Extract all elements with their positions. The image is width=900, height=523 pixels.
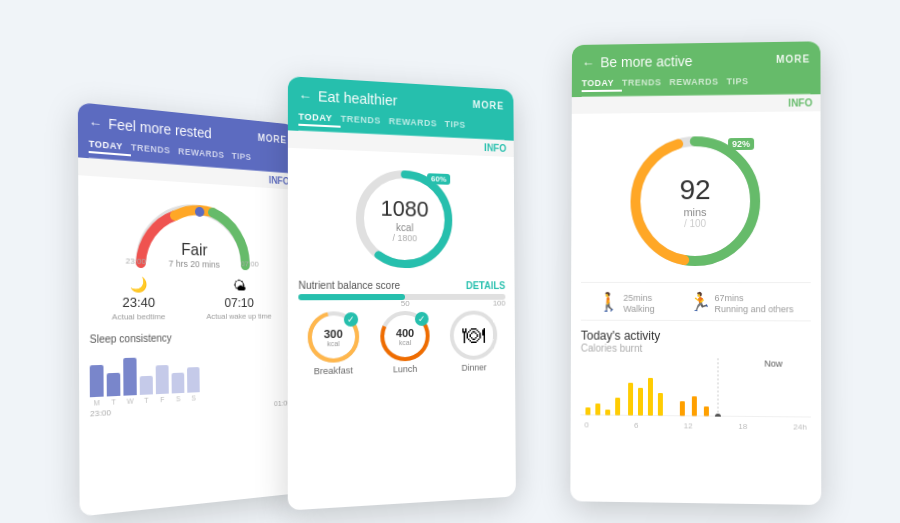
walking-item: 🚶 25mins Walking	[598, 288, 655, 313]
left-tab-today[interactable]: TODAY	[89, 136, 131, 156]
lunch-circle: 400 kcal ✓	[379, 309, 430, 362]
chart-x-12: 12	[684, 421, 693, 430]
sleep-duration: 7 hrs 20 mins	[168, 258, 219, 269]
dinner-icon: 🍽	[463, 321, 486, 349]
svg-rect-16	[648, 377, 653, 415]
sleep-gauge-container: Fair 7 hrs 20 mins 23:00 07:00 🌙 23:40 A…	[89, 188, 290, 322]
walking-unit: mins	[633, 292, 652, 302]
right-back-arrow[interactable]: ←	[582, 55, 595, 70]
card-feel-more-rested: ← Feel more rested MORE TODAY TRENDS REW…	[78, 102, 301, 516]
bar-time-start: 23:00	[90, 407, 111, 418]
breakfast-circle: 300 kcal ✓	[306, 310, 360, 364]
wakeup-value: 07:10	[224, 295, 254, 310]
meal-row: 300 kcal ✓ Breakfast	[298, 309, 505, 376]
activity-gauge: 92 mins / 100 92%	[620, 125, 770, 275]
left-tab-rewards[interactable]: REWARDS	[178, 144, 232, 164]
chart-x-24: 24h	[793, 422, 807, 431]
nutrient-bar-fill	[298, 293, 405, 299]
right-card-header: ← Be more active MORE TODAY TRENDS REWAR…	[572, 41, 821, 97]
walking-icon: 🚶	[598, 290, 620, 312]
chart-area: Now	[581, 357, 811, 421]
left-more-button[interactable]: MORE	[258, 131, 288, 144]
right-more-button[interactable]: MORE	[776, 52, 810, 63]
card-eat-healthier: ← Eat healthier MORE TODAY TRENDS REWARD…	[288, 76, 516, 510]
svg-rect-15	[638, 387, 643, 415]
activity-unit: mins	[680, 205, 711, 217]
svg-rect-13	[615, 397, 620, 415]
svg-rect-20	[704, 406, 709, 416]
walking-value: 25mins	[623, 288, 654, 303]
calorie-gauge-container: 1080 kcal / 1800 60%	[298, 160, 505, 274]
left-tab-trends[interactable]: TRENDS	[131, 140, 178, 160]
calorie-value: 1080	[380, 195, 428, 222]
back-arrow-icon[interactable]: ←	[88, 114, 102, 131]
dinner-item: 🍽 Dinner	[449, 309, 499, 373]
running-item: 🏃 67mins Running and others	[688, 288, 793, 313]
nutrient-max: 100	[493, 298, 505, 307]
today-activity-sub: Calories burnt	[581, 342, 811, 354]
middle-tab-trends[interactable]: TRENDS	[341, 111, 389, 129]
left-card-title: Feel more rested	[108, 115, 211, 141]
left-info-label: INFO	[269, 174, 290, 186]
svg-point-23	[715, 413, 721, 417]
right-tab-trends[interactable]: TRENDS	[622, 75, 669, 91]
activity-breakdown: 🚶 25mins Walking 🏃 67mins Running	[581, 281, 811, 320]
right-card-body: 92 mins / 100 92% 🚶 25mins Walking	[571, 111, 822, 438]
activity-chart: Now	[580, 357, 810, 429]
dinner-name: Dinner	[462, 362, 487, 372]
right-card-title: Be more active	[600, 53, 692, 70]
screens-container: ← Feel more rested MORE TODAY TRENDS REW…	[20, 22, 880, 502]
activity-center: 92 mins / 100	[680, 173, 711, 228]
nutrient-bar: 50 100	[298, 293, 505, 299]
activity-value: 92	[680, 173, 711, 205]
svg-rect-19	[692, 396, 697, 416]
chart-x-labels: 0 6 12 18 24h	[580, 420, 810, 431]
bedtime-item: 🌙 23:40 Actual bedtime	[112, 275, 166, 322]
middle-more-button[interactable]: MORE	[473, 98, 505, 110]
now-label: Now	[764, 358, 782, 368]
sleep-quality: Fair	[168, 240, 219, 259]
middle-tab-today[interactable]: TODAY	[298, 109, 340, 127]
activity-goal: / 100	[680, 217, 711, 228]
middle-info-label: INFO	[484, 142, 506, 154]
activity-percent: 92%	[728, 137, 754, 149]
svg-rect-10	[585, 407, 590, 415]
time-start: 23:00	[126, 256, 146, 266]
svg-rect-17	[658, 393, 663, 416]
middle-tab-rewards[interactable]: REWARDS	[389, 114, 445, 133]
bedtime-value: 23:40	[122, 294, 155, 310]
lunch-check: ✓	[415, 311, 429, 325]
sleep-times: 🌙 23:40 Actual bedtime 🌤 07:10 Actual wa…	[89, 275, 290, 322]
calorie-unit: kcal	[381, 221, 429, 233]
breakfast-name: Breakfast	[314, 365, 353, 376]
wakeup-desc: Actual wake up time	[206, 311, 271, 321]
dinner-circle: 🍽	[449, 309, 498, 361]
chart-x-6: 6	[634, 420, 638, 429]
right-tab-today[interactable]: TODAY	[582, 75, 622, 91]
sleep-consistency-title: Sleep consistency	[90, 330, 291, 344]
lunch-item: 400 kcal ✓ Lunch	[379, 309, 430, 374]
middle-tab-tips[interactable]: TIPS	[445, 117, 474, 134]
right-tab-row: TODAY TRENDS REWARDS TIPS	[582, 73, 811, 97]
middle-back-arrow[interactable]: ←	[298, 87, 311, 103]
lunch-name: Lunch	[393, 363, 417, 374]
running-icon: 🏃	[688, 290, 710, 312]
middle-card-title: Eat healthier	[318, 88, 397, 108]
walking-info: 25mins Walking	[623, 288, 654, 313]
bedtime-desc: Actual bedtime	[112, 312, 166, 322]
svg-rect-12	[605, 409, 610, 415]
right-tab-rewards[interactable]: REWARDS	[669, 74, 726, 91]
left-card-body: Fair 7 hrs 20 mins 23:00 07:00 🌙 23:40 A…	[78, 175, 300, 427]
nutrient-label: Nutrient balance score	[298, 279, 400, 290]
middle-card-header: ← Eat healthier MORE TODAY TRENDS REWARD…	[288, 76, 514, 141]
right-tab-tips[interactable]: TIPS	[727, 74, 757, 90]
running-unit: mins	[725, 293, 744, 303]
details-link[interactable]: DETAILS	[466, 280, 506, 291]
chart-x-0: 0	[584, 420, 588, 429]
nutrient-label-row: Nutrient balance score DETAILS	[298, 279, 505, 290]
left-tab-tips[interactable]: TIPS	[232, 148, 259, 166]
nutrient-score: 50	[401, 298, 410, 307]
calorie-percent: 60%	[427, 173, 450, 185]
running-info: 67mins Running and others	[714, 289, 793, 314]
right-info-label: INFO	[788, 97, 812, 108]
